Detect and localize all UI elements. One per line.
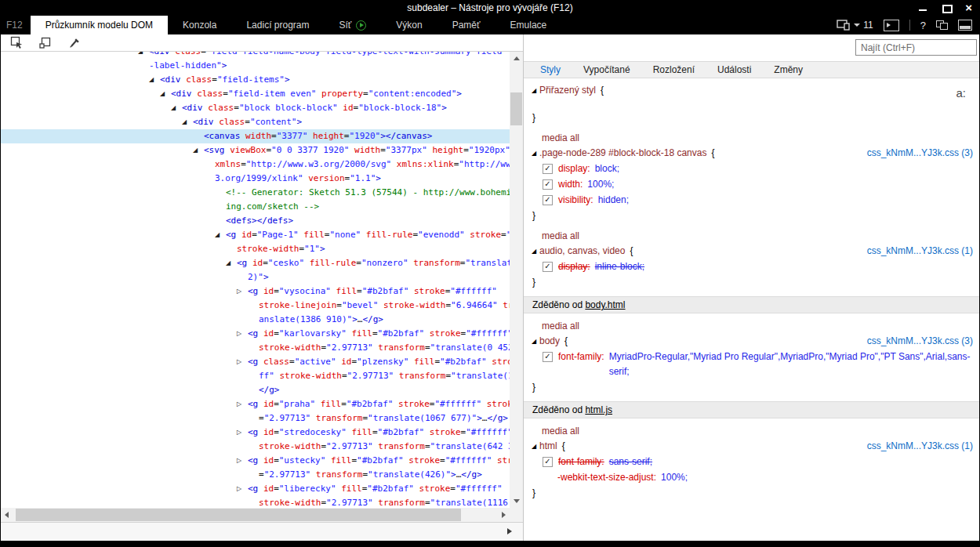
dom-tree-line[interactable]: ◢<g id="Page-1" fill="none" fill-rule="e… [1, 228, 510, 242]
dom-tree-line[interactable]: ="2.97713" transform="translate(426)">…<… [1, 468, 510, 482]
expand-icon[interactable]: ◢ [532, 83, 539, 98]
collapse-icon[interactable]: ▷ [237, 284, 248, 299]
collapse-icon[interactable]: ▷ [237, 454, 248, 468]
dom-tree-line[interactable]: ◢<svg viewBox="0 0 3377 1920" width="337… [1, 143, 510, 158]
expand-icon[interactable]: ◢ [182, 115, 193, 129]
inherited-source-link[interactable]: html.js [585, 404, 612, 415]
expand-icon[interactable]: ◢ [532, 146, 539, 161]
dom-tree-line[interactable]: ▷<g id="karlovarsky" fill="#b2bfaf" stro… [1, 327, 510, 341]
chevron-down-icon [854, 24, 860, 27]
help-icon[interactable]: ? [920, 20, 926, 31]
horizontal-scrollbar-thumb[interactable] [16, 509, 461, 521]
scroll-right-button[interactable] [496, 508, 510, 522]
dom-tree-line[interactable]: ▷<g id="ustecky" fill="#b2bfaf" stroke="… [1, 454, 510, 468]
console-shortcut-icon[interactable] [884, 20, 899, 31]
collapse-icon[interactable]: ▷ [237, 482, 248, 496]
tab-v-kon[interactable]: Výkon [381, 16, 437, 34]
property-checkbox[interactable]: ✓ [543, 164, 553, 174]
select-element-icon[interactable] [10, 36, 24, 49]
tab-ladic-program[interactable]: Ladicí program [231, 16, 324, 34]
styles-tab-styly[interactable]: Styly [540, 64, 561, 75]
scroll-left-button[interactable] [1, 508, 14, 522]
dom-tree-line[interactable]: ▷<g id="vysocina" fill="#b2bfaf" stroke=… [1, 284, 510, 299]
expand-icon[interactable]: ◢ [171, 101, 182, 115]
dom-tree-line[interactable]: 2)"> [1, 270, 510, 284]
expand-icon[interactable]: ◢ [149, 73, 160, 87]
dom-tree-line[interactable]: ff" stroke-width="2.97713" transform="tr… [1, 369, 510, 383]
property-checkbox[interactable]: ✓ [543, 262, 553, 272]
dom-tree-line[interactable]: stroke-width="1"> [1, 242, 510, 256]
dom-tree-line[interactable]: stroke-width="2.97713" transform="transl… [1, 341, 510, 355]
collapse-icon[interactable]: ▷ [237, 355, 248, 369]
dom-tree-line[interactable]: ◢<div class="block block-block" id="bloc… [1, 101, 510, 115]
dom-tree-line[interactable]: stroke-linejoin="bevel" stroke-width="6.… [1, 299, 510, 313]
vertical-scrollbar-thumb[interactable] [510, 92, 522, 125]
dom-tree-line[interactable]: </g> [1, 383, 510, 397]
styles-tab-vypočítané[interactable]: Vypočítané [583, 64, 630, 75]
dom-tree-line[interactable]: ▷<g id="liberecky" fill="#b2bfaf" stroke… [1, 482, 510, 496]
expand-icon[interactable]: ◢ [532, 334, 539, 349]
expand-icon[interactable]: ◢ [160, 87, 171, 101]
dom-tree-line[interactable]: ◢<div class="content"> [1, 115, 510, 129]
vertical-scrollbar[interactable] [510, 52, 523, 508]
scroll-up-button[interactable] [510, 52, 523, 65]
expand-icon[interactable]: ◢ [138, 52, 149, 59]
dom-tree-line[interactable]: ◢<g id="cesko" fill-rule="nonzero" trans… [1, 256, 510, 270]
css-file-link[interactable]: css_kNmM...YJ3k.css (1) [867, 244, 973, 259]
dom-tree-line[interactable]: xmlns="http://www.w3.org/2000/svg" xmlns… [1, 158, 510, 172]
dom-tree-line[interactable]: 3.org/1999/xlink" version="1.1"> [1, 172, 510, 186]
dom-tree-line[interactable]: -label-hidden"> [1, 59, 510, 73]
dom-tree-line[interactable]: ="2.97713" transform="translate(1067 677… [1, 411, 510, 426]
tab-s-[interactable]: Síť [324, 16, 381, 34]
breadcrumb-arrow-icon[interactable] [507, 528, 512, 534]
expand-icon[interactable]: ◢ [226, 256, 237, 270]
switch-target-icon[interactable] [936, 20, 948, 30]
device-preview-button[interactable]: 11 [837, 20, 873, 31]
search-input[interactable] [855, 39, 977, 56]
dom-tree-line[interactable]: stroke-width="2.97713" transform="transl… [1, 496, 510, 508]
tab-pam-[interactable]: Paměť [437, 16, 495, 34]
scroll-down-button[interactable] [510, 494, 523, 508]
minimize-icon[interactable] [918, 3, 927, 13]
dom-tree-line[interactable]: <!-- Generator: Sketch 51.3 (57544) - ht… [1, 186, 510, 200]
styles-tab-události[interactable]: Události [717, 64, 751, 75]
dom-tree-line[interactable]: <defs></defs> [1, 214, 510, 228]
tab-emulace[interactable]: Emulace [495, 16, 562, 34]
dom-tree-line[interactable]: ing.com/sketch --> [1, 200, 510, 214]
dom-tree-line[interactable]: anslate(1386 910)">…</g> [1, 313, 510, 327]
styles-tab-rozložení[interactable]: Rozložení [653, 64, 695, 75]
expand-icon[interactable]: ◢ [532, 439, 539, 454]
highlight-elements-icon[interactable] [39, 36, 53, 49]
expand-icon[interactable]: ◢ [532, 244, 539, 259]
property-checkbox[interactable]: ✓ [543, 179, 553, 190]
css-file-link[interactable]: css_kNmM...YJ3k.css (1) [867, 439, 973, 454]
code-token: = [212, 74, 217, 85]
dom-tree-line[interactable]: ◢<div class="field field-name-body field… [1, 52, 510, 59]
dom-tree-line[interactable]: <canvas width="3377" height="1920"></can… [1, 129, 510, 143]
dom-tree-line[interactable]: ◢<div class="field-item even" property="… [1, 87, 510, 101]
property-checkbox[interactable]: ✓ [543, 352, 553, 362]
dom-tree-line[interactable]: stroke-width="2.97713" transform="transl… [1, 440, 510, 454]
expand-icon[interactable]: ◢ [215, 228, 226, 242]
dom-tree-line[interactable]: ▷<g id="stredocesky" fill="#b2bfaf" stro… [1, 426, 510, 440]
maximize-icon[interactable] [942, 3, 951, 13]
collapse-icon[interactable]: ▷ [237, 327, 248, 341]
dom-tree-line[interactable]: ◢<div class="field-items"> [1, 73, 510, 87]
horizontal-scrollbar[interactable] [1, 508, 510, 522]
dock-window-icon[interactable] [958, 20, 972, 31]
tab-konzola[interactable]: Konzola [168, 16, 231, 34]
close-icon[interactable]: × [965, 3, 972, 13]
tab-pr-zkumn-k-modelu-dom[interactable]: Průzkumník modelu DOM [31, 16, 168, 34]
dom-tree-line[interactable]: ▷<g id="praha" fill="#b2bfaf" stroke="#f… [1, 397, 510, 411]
collapse-icon[interactable]: ▷ [237, 426, 248, 440]
css-file-link[interactable]: css_kNmM...YJ3k.css (3) [867, 146, 973, 161]
css-file-link[interactable]: css_kNmM...YJ3k.css (3) [867, 334, 973, 349]
dom-tree-line[interactable]: ▷<g class="active" id="plzensky" fill="#… [1, 355, 510, 369]
styles-tab-změny[interactable]: Změny [774, 64, 803, 75]
collapse-icon[interactable]: ▷ [237, 397, 248, 411]
property-checkbox[interactable]: ✓ [543, 195, 553, 205]
inherited-source-link[interactable]: body.html [585, 299, 625, 310]
color-picker-icon[interactable] [68, 36, 82, 49]
property-checkbox[interactable]: ✓ [543, 457, 553, 467]
expand-icon[interactable]: ◢ [193, 143, 204, 158]
